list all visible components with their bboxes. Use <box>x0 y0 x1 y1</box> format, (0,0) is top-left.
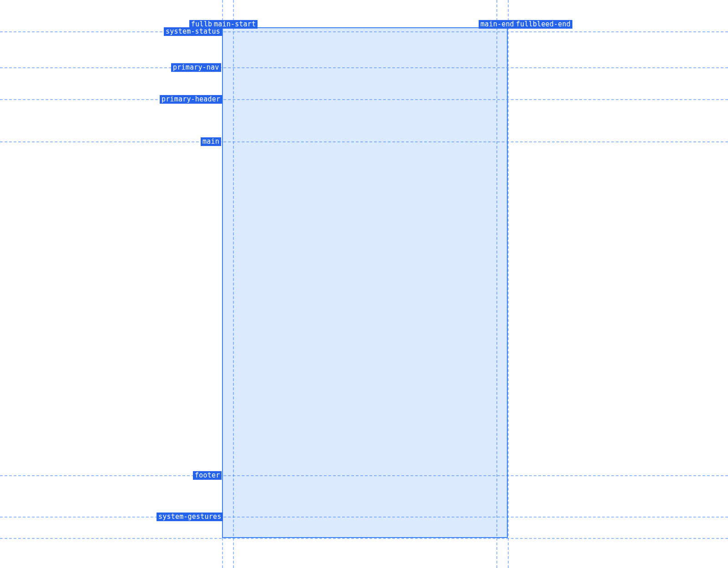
col-main-start <box>233 0 234 568</box>
row-label-main: main <box>201 137 221 146</box>
row-system-status <box>0 31 728 32</box>
col-label-fullbleed-end: fullbleed-end <box>514 20 572 29</box>
layout-device-frame <box>222 27 508 538</box>
row-label-primary-header: primary-header <box>160 95 222 104</box>
row-label-system-gestures: system-gestures <box>157 513 223 521</box>
row-label-system-status: system-status <box>164 27 222 36</box>
row-main <box>0 141 728 142</box>
row-primary-header <box>0 99 728 100</box>
col-fullbleed-start <box>222 0 223 568</box>
col-fullbleed-end <box>508 0 509 568</box>
row-footer <box>0 475 728 476</box>
row-system-gestures <box>0 517 728 518</box>
col-label-main-end: main-end <box>479 20 516 29</box>
row-primary-nav <box>0 67 728 68</box>
row-label-primary-nav: primary-nav <box>171 63 221 72</box>
row-label-footer: footer <box>193 471 222 480</box>
row-device-bottom <box>0 538 728 539</box>
col-main-end <box>496 0 497 568</box>
